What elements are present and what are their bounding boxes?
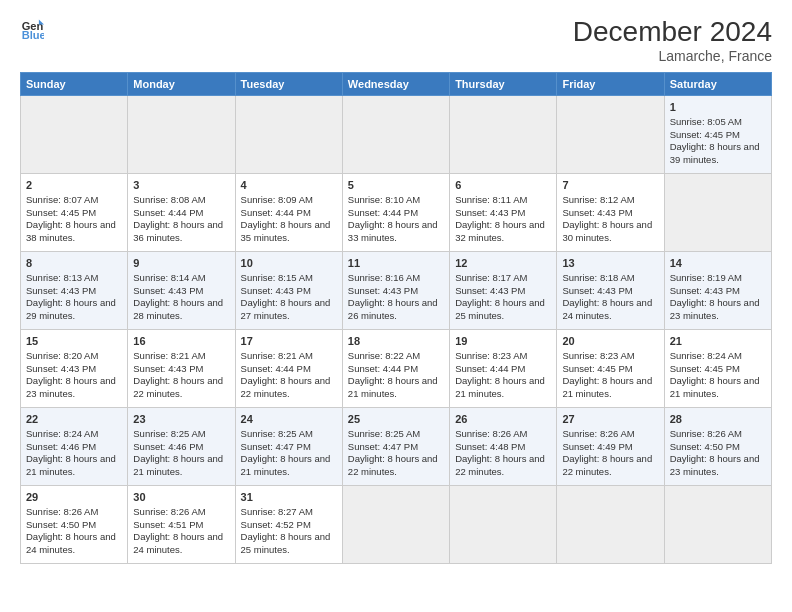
table-row: 7Sunrise: 8:12 AMSunset: 4:43 PMDaylight… bbox=[557, 174, 664, 252]
table-row bbox=[342, 486, 449, 564]
calendar-week-row: 29Sunrise: 8:26 AMSunset: 4:50 PMDayligh… bbox=[21, 486, 772, 564]
table-row bbox=[557, 486, 664, 564]
header: Gen Blue December 2024 Lamarche, France bbox=[20, 16, 772, 64]
table-row bbox=[450, 486, 557, 564]
table-row: 21Sunrise: 8:24 AMSunset: 4:45 PMDayligh… bbox=[664, 330, 771, 408]
subtitle: Lamarche, France bbox=[573, 48, 772, 64]
table-row: 6Sunrise: 8:11 AMSunset: 4:43 PMDaylight… bbox=[450, 174, 557, 252]
day-number: 7 bbox=[562, 178, 658, 193]
table-row: 9Sunrise: 8:14 AMSunset: 4:43 PMDaylight… bbox=[128, 252, 235, 330]
table-row: 19Sunrise: 8:23 AMSunset: 4:44 PMDayligh… bbox=[450, 330, 557, 408]
table-row: 24Sunrise: 8:25 AMSunset: 4:47 PMDayligh… bbox=[235, 408, 342, 486]
col-thursday: Thursday bbox=[450, 73, 557, 96]
day-number: 30 bbox=[133, 490, 229, 505]
day-number: 12 bbox=[455, 256, 551, 271]
logo: Gen Blue bbox=[20, 16, 44, 40]
logo-icon: Gen Blue bbox=[20, 16, 44, 40]
table-row bbox=[557, 96, 664, 174]
day-number: 15 bbox=[26, 334, 122, 349]
day-number: 20 bbox=[562, 334, 658, 349]
day-number: 16 bbox=[133, 334, 229, 349]
table-row: 14Sunrise: 8:19 AMSunset: 4:43 PMDayligh… bbox=[664, 252, 771, 330]
day-number: 28 bbox=[670, 412, 766, 427]
table-row: 31Sunrise: 8:27 AMSunset: 4:52 PMDayligh… bbox=[235, 486, 342, 564]
day-number: 17 bbox=[241, 334, 337, 349]
page: Gen Blue December 2024 Lamarche, France … bbox=[0, 0, 792, 612]
table-row: 1Sunrise: 8:05 AMSunset: 4:45 PMDaylight… bbox=[664, 96, 771, 174]
table-row: 4Sunrise: 8:09 AMSunset: 4:44 PMDaylight… bbox=[235, 174, 342, 252]
table-row: 11Sunrise: 8:16 AMSunset: 4:43 PMDayligh… bbox=[342, 252, 449, 330]
table-row: 5Sunrise: 8:10 AMSunset: 4:44 PMDaylight… bbox=[342, 174, 449, 252]
day-number: 25 bbox=[348, 412, 444, 427]
table-row: 27Sunrise: 8:26 AMSunset: 4:49 PMDayligh… bbox=[557, 408, 664, 486]
calendar-week-row: 2Sunrise: 8:07 AMSunset: 4:45 PMDaylight… bbox=[21, 174, 772, 252]
table-row: 13Sunrise: 8:18 AMSunset: 4:43 PMDayligh… bbox=[557, 252, 664, 330]
day-number: 8 bbox=[26, 256, 122, 271]
day-number: 6 bbox=[455, 178, 551, 193]
table-row: 22Sunrise: 8:24 AMSunset: 4:46 PMDayligh… bbox=[21, 408, 128, 486]
day-number: 26 bbox=[455, 412, 551, 427]
day-number: 31 bbox=[241, 490, 337, 505]
col-tuesday: Tuesday bbox=[235, 73, 342, 96]
header-row: Sunday Monday Tuesday Wednesday Thursday… bbox=[21, 73, 772, 96]
table-row: 29Sunrise: 8:26 AMSunset: 4:50 PMDayligh… bbox=[21, 486, 128, 564]
table-row: 28Sunrise: 8:26 AMSunset: 4:50 PMDayligh… bbox=[664, 408, 771, 486]
table-row: 25Sunrise: 8:25 AMSunset: 4:47 PMDayligh… bbox=[342, 408, 449, 486]
table-row: 10Sunrise: 8:15 AMSunset: 4:43 PMDayligh… bbox=[235, 252, 342, 330]
table-row: 23Sunrise: 8:25 AMSunset: 4:46 PMDayligh… bbox=[128, 408, 235, 486]
title-block: December 2024 Lamarche, France bbox=[573, 16, 772, 64]
table-row bbox=[450, 96, 557, 174]
month-title: December 2024 bbox=[573, 16, 772, 48]
table-row: 15Sunrise: 8:20 AMSunset: 4:43 PMDayligh… bbox=[21, 330, 128, 408]
calendar-table: Sunday Monday Tuesday Wednesday Thursday… bbox=[20, 72, 772, 564]
day-number: 4 bbox=[241, 178, 337, 193]
day-number: 3 bbox=[133, 178, 229, 193]
table-row: 8Sunrise: 8:13 AMSunset: 4:43 PMDaylight… bbox=[21, 252, 128, 330]
table-row: 12Sunrise: 8:17 AMSunset: 4:43 PMDayligh… bbox=[450, 252, 557, 330]
day-number: 2 bbox=[26, 178, 122, 193]
col-sunday: Sunday bbox=[21, 73, 128, 96]
table-row bbox=[664, 174, 771, 252]
day-number: 1 bbox=[670, 100, 766, 115]
day-number: 11 bbox=[348, 256, 444, 271]
table-row: 20Sunrise: 8:23 AMSunset: 4:45 PMDayligh… bbox=[557, 330, 664, 408]
table-row: 30Sunrise: 8:26 AMSunset: 4:51 PMDayligh… bbox=[128, 486, 235, 564]
col-friday: Friday bbox=[557, 73, 664, 96]
day-number: 5 bbox=[348, 178, 444, 193]
calendar-week-row: 22Sunrise: 8:24 AMSunset: 4:46 PMDayligh… bbox=[21, 408, 772, 486]
table-row bbox=[235, 96, 342, 174]
table-row: 3Sunrise: 8:08 AMSunset: 4:44 PMDaylight… bbox=[128, 174, 235, 252]
day-number: 23 bbox=[133, 412, 229, 427]
calendar-week-row: 15Sunrise: 8:20 AMSunset: 4:43 PMDayligh… bbox=[21, 330, 772, 408]
table-row: 16Sunrise: 8:21 AMSunset: 4:43 PMDayligh… bbox=[128, 330, 235, 408]
table-row: 18Sunrise: 8:22 AMSunset: 4:44 PMDayligh… bbox=[342, 330, 449, 408]
svg-text:Blue: Blue bbox=[22, 29, 44, 40]
day-number: 9 bbox=[133, 256, 229, 271]
table-row: 2Sunrise: 8:07 AMSunset: 4:45 PMDaylight… bbox=[21, 174, 128, 252]
table-row bbox=[21, 96, 128, 174]
day-number: 29 bbox=[26, 490, 122, 505]
table-row bbox=[342, 96, 449, 174]
day-number: 27 bbox=[562, 412, 658, 427]
day-number: 21 bbox=[670, 334, 766, 349]
day-number: 24 bbox=[241, 412, 337, 427]
day-number: 13 bbox=[562, 256, 658, 271]
table-row: 26Sunrise: 8:26 AMSunset: 4:48 PMDayligh… bbox=[450, 408, 557, 486]
col-wednesday: Wednesday bbox=[342, 73, 449, 96]
day-number: 22 bbox=[26, 412, 122, 427]
col-saturday: Saturday bbox=[664, 73, 771, 96]
day-number: 19 bbox=[455, 334, 551, 349]
calendar-week-row: 8Sunrise: 8:13 AMSunset: 4:43 PMDaylight… bbox=[21, 252, 772, 330]
table-row bbox=[128, 96, 235, 174]
day-number: 14 bbox=[670, 256, 766, 271]
table-row: 17Sunrise: 8:21 AMSunset: 4:44 PMDayligh… bbox=[235, 330, 342, 408]
calendar-week-row: 1Sunrise: 8:05 AMSunset: 4:45 PMDaylight… bbox=[21, 96, 772, 174]
table-row bbox=[664, 486, 771, 564]
day-number: 10 bbox=[241, 256, 337, 271]
day-number: 18 bbox=[348, 334, 444, 349]
col-monday: Monday bbox=[128, 73, 235, 96]
